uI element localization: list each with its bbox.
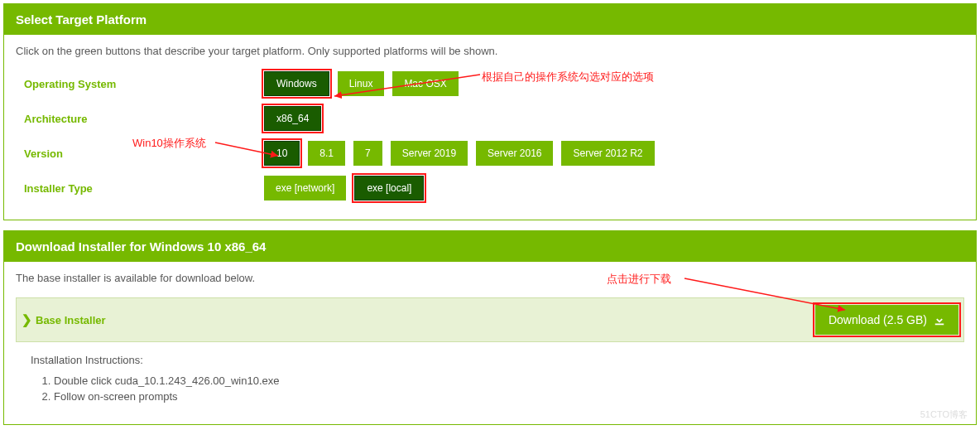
row-arch: Architecture x86_64 bbox=[16, 105, 964, 132]
installer-option-0[interactable]: exe [network] bbox=[264, 176, 346, 201]
download-button[interactable]: Download (2.5 GB) bbox=[815, 305, 958, 335]
download-subtitle: The base installer is available for down… bbox=[16, 272, 964, 284]
row-version: Version 108.17Server 2019Server 2016Serv… bbox=[16, 140, 964, 167]
os-option-0[interactable]: Windows bbox=[264, 71, 329, 96]
watermark: 51CTO博客 bbox=[920, 408, 968, 421]
install-step-1: Follow on-screen prompts bbox=[54, 390, 949, 403]
select-target-panel: Select Target Platform Click on the gree… bbox=[3, 3, 977, 220]
install-instructions-title: Installation Instructions: bbox=[31, 354, 949, 366]
version-option-4[interactable]: Server 2016 bbox=[476, 141, 553, 166]
install-step-0: Double click cuda_10.1.243_426.00_win10.… bbox=[54, 374, 949, 387]
download-panel: Download Installer for Windows 10 x86_64… bbox=[3, 230, 977, 425]
download-button-label: Download (2.5 GB) bbox=[829, 313, 927, 326]
install-instructions: Installation Instructions: Double click … bbox=[16, 342, 964, 414]
version-option-1[interactable]: 8.1 bbox=[308, 141, 345, 166]
version-option-2[interactable]: 7 bbox=[353, 141, 382, 166]
arch-option-0[interactable]: x86_64 bbox=[264, 106, 321, 131]
installer-label: Installer Type bbox=[16, 182, 264, 195]
base-installer-label: Base Installer bbox=[36, 314, 106, 326]
version-option-0[interactable]: 10 bbox=[264, 141, 300, 166]
base-installer-row: ❯ Base Installer Download (2.5 GB) bbox=[16, 297, 964, 342]
version-option-3[interactable]: Server 2019 bbox=[391, 141, 468, 166]
download-icon bbox=[934, 314, 945, 326]
row-installer: Installer Type exe [network]exe [local] bbox=[16, 175, 964, 201]
arch-label: Architecture bbox=[16, 113, 264, 125]
installer-option-1[interactable]: exe [local] bbox=[354, 176, 424, 201]
os-option-1[interactable]: Linux bbox=[338, 71, 385, 96]
os-label: Operating System bbox=[16, 78, 264, 90]
row-os: Operating System WindowsLinuxMac OSX bbox=[16, 70, 964, 97]
instruction-text: Click on the green buttons that describe… bbox=[16, 45, 964, 57]
version-option-5[interactable]: Server 2012 R2 bbox=[561, 141, 654, 166]
chevron-right-icon: ❯ bbox=[22, 312, 32, 327]
download-title: Download Installer for Windows 10 x86_64 bbox=[4, 231, 976, 262]
select-target-title: Select Target Platform bbox=[4, 4, 976, 35]
os-option-2[interactable]: Mac OSX bbox=[392, 71, 458, 96]
version-label: Version bbox=[16, 147, 264, 160]
